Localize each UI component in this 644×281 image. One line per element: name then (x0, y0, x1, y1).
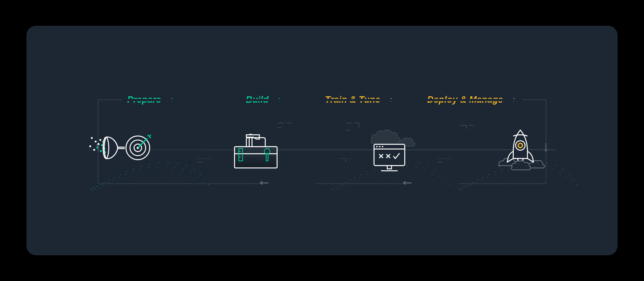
svg-point-32 (100, 184, 100, 185)
svg-point-29 (90, 188, 91, 189)
svg-point-83 (332, 188, 332, 189)
svg-point-153 (563, 169, 564, 170)
svg-point-126 (358, 181, 359, 182)
svg-point-86 (341, 184, 342, 185)
svg-point-124 (347, 186, 348, 187)
icons-row (88, 123, 556, 180)
svg-point-137 (459, 188, 460, 189)
svg-point-108 (354, 180, 355, 181)
arrow-right-icon (506, 97, 517, 102)
svg-point-172 (560, 173, 560, 173)
svg-point-103 (333, 190, 333, 190)
svg-point-51 (98, 187, 99, 188)
svg-rect-26 (387, 166, 392, 169)
svg-point-140 (468, 184, 469, 185)
svg-point-66 (202, 182, 203, 183)
toolbox-icon (230, 128, 282, 175)
svg-point-138 (462, 187, 463, 188)
arrow-right-icon (272, 97, 282, 102)
svg-point-162 (482, 180, 482, 181)
svg-point-139 (465, 186, 466, 187)
svg-point-30 (93, 187, 94, 188)
stage-label-text: Deploy & Manage (427, 95, 503, 105)
stage-deploy: Deploy & Manage (427, 95, 517, 105)
svg-point-70 (106, 186, 106, 187)
svg-point-50 (95, 188, 96, 189)
arrow-left-icon (259, 180, 269, 186)
arrow-left-icon (402, 180, 412, 186)
svg-point-52 (102, 185, 103, 186)
funnel-target-icon (88, 128, 159, 175)
svg-rect-6 (96, 147, 98, 148)
workflow-diagram: Prepare Build Train & Tune Deploy & Mana… (26, 26, 618, 255)
svg-point-120 (443, 182, 444, 183)
stage-label-text: Build (246, 95, 268, 105)
svg-point-141 (473, 182, 474, 183)
svg-point-107 (348, 183, 349, 183)
svg-rect-1 (95, 141, 96, 142)
stage-labels-row: Prepare Build Train & Tune Deploy & Mana… (27, 95, 617, 105)
svg-point-157 (460, 190, 461, 190)
svg-point-156 (577, 184, 578, 185)
svg-point-25 (382, 146, 383, 147)
svg-rect-5 (100, 139, 101, 141)
cloud-monitor-icon (358, 125, 419, 177)
svg-point-31 (96, 186, 97, 187)
svg-point-161 (476, 183, 477, 183)
arrow-right-icon (384, 97, 394, 102)
stage-label-text: Train & Tune (325, 95, 380, 105)
stage-build: Build (246, 95, 282, 105)
arrow-right-icon (164, 97, 175, 102)
svg-point-121 (334, 190, 334, 191)
svg-point-54 (113, 180, 114, 181)
svg-point-33 (104, 182, 105, 183)
svg-point-105 (340, 187, 340, 188)
svg-point-173 (566, 177, 567, 178)
stage-label-text: Prepare (127, 95, 161, 105)
svg-point-102 (449, 184, 450, 185)
svg-point-158 (464, 188, 464, 189)
deploy-icon-group (485, 123, 556, 180)
svg-point-123 (342, 188, 343, 188)
svg-point-24 (379, 146, 380, 147)
svg-point-160 (472, 185, 472, 186)
svg-point-85 (337, 186, 338, 187)
svg-point-53 (107, 183, 108, 183)
svg-point-154 (569, 174, 570, 175)
svg-point-23 (376, 146, 378, 147)
svg-point-104 (336, 188, 337, 189)
svg-point-72 (117, 181, 118, 182)
svg-point-68 (97, 189, 98, 190)
svg-point-48 (208, 184, 209, 185)
build-icon-group (220, 123, 291, 180)
svg-point-87 (345, 182, 346, 183)
svg-rect-4 (98, 143, 99, 145)
svg-point-155 (574, 179, 574, 180)
stage-train: Train & Tune (325, 95, 394, 105)
svg-point-136 (434, 180, 435, 181)
rocket-icon (490, 125, 551, 177)
svg-point-71 (111, 184, 112, 184)
svg-point-82 (193, 180, 194, 181)
svg-rect-0 (91, 137, 93, 139)
svg-point-174 (571, 182, 572, 183)
svg-point-106 (344, 185, 344, 186)
svg-rect-7 (101, 144, 103, 146)
prepare-icon-group (88, 123, 159, 180)
svg-point-49 (92, 190, 92, 190)
svg-rect-2 (89, 145, 91, 147)
svg-point-84 (334, 187, 335, 188)
svg-point-69 (101, 188, 102, 188)
svg-point-125 (352, 184, 353, 184)
stage-prepare: Prepare (127, 95, 175, 105)
svg-point-122 (338, 189, 338, 190)
svg-rect-18 (234, 147, 277, 168)
train-icon-group (353, 123, 424, 180)
svg-point-67 (93, 190, 93, 191)
svg-rect-8 (100, 150, 102, 152)
svg-rect-3 (94, 149, 95, 151)
svg-point-159 (468, 187, 468, 188)
